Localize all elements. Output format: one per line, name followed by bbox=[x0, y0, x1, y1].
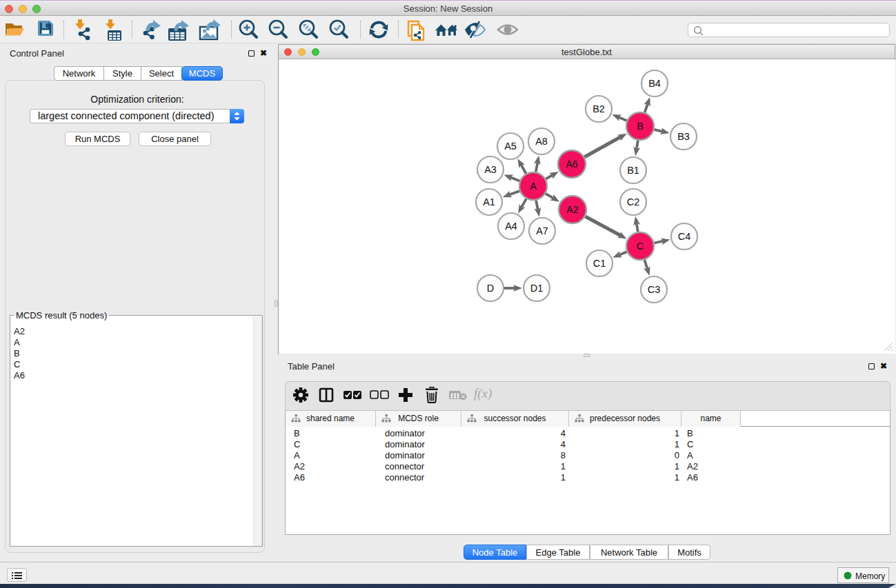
svg-text:B4: B4 bbox=[648, 78, 661, 89]
svg-text:A5: A5 bbox=[504, 141, 517, 152]
svg-text:D: D bbox=[487, 283, 494, 294]
svg-text:A2: A2 bbox=[566, 204, 579, 215]
svg-text:A3: A3 bbox=[484, 164, 497, 175]
svg-text:A4: A4 bbox=[505, 221, 517, 232]
svg-text:C1: C1 bbox=[593, 258, 606, 269]
svg-text:C3: C3 bbox=[648, 284, 661, 295]
svg-text:A6: A6 bbox=[566, 159, 578, 170]
svg-text:C4: C4 bbox=[678, 231, 691, 242]
svg-text:A1: A1 bbox=[483, 196, 495, 207]
svg-text:A: A bbox=[530, 181, 537, 192]
svg-text:Memory: Memory bbox=[855, 571, 885, 581]
svg-text:B3: B3 bbox=[677, 131, 690, 142]
svg-text:A8: A8 bbox=[535, 136, 548, 147]
svg-text:A7: A7 bbox=[536, 225, 548, 236]
svg-text:C2: C2 bbox=[627, 196, 640, 207]
svg-text:B: B bbox=[637, 121, 644, 132]
svg-text:B1: B1 bbox=[627, 165, 639, 176]
svg-text:D1: D1 bbox=[530, 283, 544, 294]
svg-text:B2: B2 bbox=[593, 103, 605, 114]
svg-text:C: C bbox=[637, 241, 644, 252]
